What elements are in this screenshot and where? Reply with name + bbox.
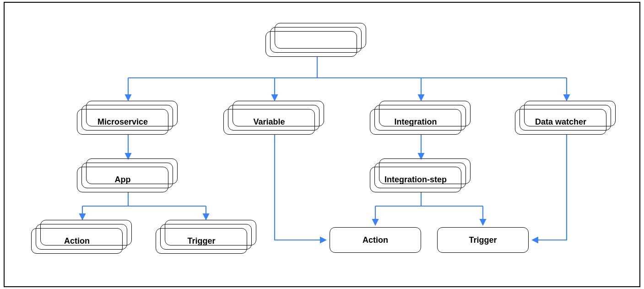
node-label: Integration xyxy=(395,117,437,127)
node-label: Integration-step xyxy=(384,175,447,185)
diagram-frame: Environment Microservice Variable Integr… xyxy=(0,0,644,289)
node-label: App xyxy=(115,175,131,185)
node-label: Action xyxy=(64,236,90,246)
node-label: Data watcher xyxy=(535,117,586,127)
node-label: Trigger xyxy=(187,236,215,246)
node-label: Variable xyxy=(253,117,285,127)
node-label: Environment xyxy=(286,39,336,49)
node-label: Microservice xyxy=(97,117,148,127)
node-label: Action xyxy=(363,235,388,245)
node-label: Trigger xyxy=(469,235,497,245)
